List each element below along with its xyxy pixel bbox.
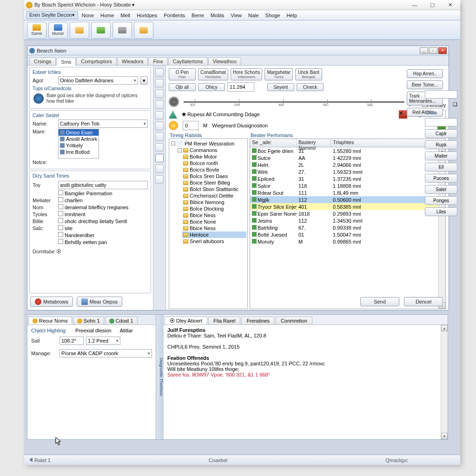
list-item[interactable]: Aniolil Aritrork [59, 136, 99, 142]
tool-icon[interactable] [155, 111, 164, 119]
tab-comprtuptors[interactable]: Comprtuptors [76, 57, 117, 65]
table-row[interactable]: Bolté Juesed011.50047 mni [250, 231, 445, 238]
vertical-tab[interactable]: Diagnostic Theetsun [156, 315, 164, 439]
log-scrollbar[interactable]: ▴ ▾ [441, 325, 448, 439]
mear-oepos-button[interactable]: Mear Oepos [77, 297, 123, 307]
tab-wieadors[interactable]: Wieadors [117, 57, 148, 65]
list-item[interactable]: Yritkely [59, 142, 99, 149]
child-maximize[interactable]: ▫ [429, 47, 437, 54]
maximize-button[interactable]: ▢ [427, 2, 438, 8]
tree-node[interactable]: Boice None [182, 218, 246, 225]
tree-node[interactable]: Hentoce [182, 231, 246, 238]
toolbar-button[interactable]: Moner [48, 22, 68, 39]
tool-icon[interactable] [155, 100, 164, 109]
tree-node[interactable]: Bibice Nemong [182, 199, 246, 205]
seyent-button[interactable]: Seyent [267, 83, 294, 91]
x-icon[interactable]: ✕ [399, 110, 407, 119]
sidebar-button[interactable]: Pucoes [425, 174, 457, 183]
tool-icon[interactable] [155, 90, 164, 98]
expand-icon[interactable]: - [178, 148, 182, 152]
sidebar-input[interactable] [425, 90, 457, 99]
performance-table[interactable]: Se _aile: Bastery Namesl Trlaphtes Boc F… [250, 139, 446, 309]
sall-val2[interactable]: 1.2 Peed [86, 337, 120, 345]
action-button[interactable]: Unck BantBetojals [295, 68, 322, 80]
agol-select[interactable]: Onloo Daftiterr Adranes [58, 76, 138, 85]
m-input[interactable]: 0 [183, 121, 198, 130]
agol-dropdown-icon[interactable]: ▾ [140, 76, 148, 85]
action-button[interactable]: O PenFber [169, 68, 196, 80]
menu-item[interactable]: Horldpes [134, 12, 160, 19]
table-row[interactable]: Helrt2L2.94066 mnl [250, 161, 445, 168]
sidebar-button[interactable]: Liles [425, 207, 457, 216]
toolbar-button[interactable] [112, 22, 132, 39]
scroll-up-icon[interactable]: ▴ [441, 325, 448, 331]
tree-node[interactable]: Bolcs Sren Daes [182, 173, 246, 179]
table-row[interactable]: Batrlding67.0.99338 mnl [250, 224, 445, 231]
ojb-all-button[interactable]: Ojb all [169, 83, 196, 91]
scroll-down-icon[interactable]: ▾ [441, 433, 448, 439]
tree-node[interactable]: Cmcherisscl Detitle [182, 192, 246, 199]
log-tab[interactable]: ⦿ Dley Atioert [165, 317, 207, 324]
checkbox[interactable] [58, 239, 63, 244]
menu-item[interactable]: Nale [245, 12, 262, 19]
menu-item[interactable]: Help [284, 12, 300, 19]
list-item[interactable]: Dmoo Esan [59, 129, 99, 136]
table-row[interactable]: Mgjlk1120.50600 mnl [250, 196, 445, 203]
ohicy-button[interactable]: Ohicy [198, 83, 225, 91]
tool-icon[interactable] [155, 143, 164, 152]
bottom-tab[interactable]: Reour Noms [28, 317, 72, 324]
child-minimize[interactable]: _ [420, 47, 428, 54]
tree-node[interactable]: Boice Steer Billeg [182, 179, 246, 186]
checkbox[interactable] [58, 225, 63, 230]
menu-item[interactable]: Berre [189, 12, 207, 19]
action-button[interactable]: MargshetarTures [264, 68, 293, 80]
tool-icon[interactable] [155, 154, 164, 162]
sidebar-button[interactable]: Maiter [425, 152, 457, 160]
tab-crsings[interactable]: Crsings [29, 57, 56, 65]
tab-fine[interactable]: Fine [148, 57, 167, 65]
tree-node[interactable]: Boiccs Bovte [182, 166, 246, 173]
action-button[interactable]: ConalBomatRemisine [198, 68, 228, 80]
checkbox[interactable] [58, 197, 63, 202]
checkbox[interactable] [58, 190, 63, 195]
tab-caytlatertons[interactable]: Caytlatertons [168, 57, 208, 65]
mare-list[interactable]: Dmoo EsanAniolil AritrorkYritkelyIrre Bo… [58, 129, 99, 159]
tree-node[interactable]: -Conmanons [177, 147, 246, 153]
close-button[interactable]: ✕ [444, 2, 456, 8]
sidebar-input[interactable] [425, 118, 457, 126]
sidebar-button[interactable]: Rupk [425, 140, 457, 149]
menu-item[interactable]: Melt [118, 12, 133, 19]
checkbox[interactable] [58, 204, 63, 209]
tab-sms[interactable]: Sms [56, 58, 76, 66]
manage-select[interactable]: Píorse ANk CADP croork [60, 349, 152, 357]
sidebar-button[interactable]: Ponges [425, 196, 457, 205]
sidebar-hint-icon[interactable]: ❑ [425, 101, 457, 107]
table-row[interactable]: Jesins1121.34530 mml [250, 217, 445, 224]
sidebar-button[interactable]: Ell [425, 163, 457, 172]
table-row[interactable]: Wirk27.1.59323 mml [250, 168, 445, 175]
table-row[interactable]: Eper Sarer Noney18180 29893 mni [250, 210, 445, 217]
child-close[interactable]: ✕ [438, 47, 447, 54]
menu-item[interactable]: Home [98, 12, 117, 19]
tree-node[interactable]: Bbice Ness [182, 212, 246, 218]
side-button[interactable]: Hop Arreri.. [407, 69, 443, 78]
table-row[interactable]: Boc Fgele drien311.55280 mnl [250, 147, 445, 154]
menu-first[interactable]: Eren Seylte Decon▾ [26, 11, 78, 19]
toolbar-button[interactable] [70, 22, 89, 39]
table-row[interactable]: Epilced311.37235 mnl [250, 175, 445, 182]
action-button[interactable]: Hore SchortsInfammers [231, 68, 262, 80]
menu-item[interactable]: View [228, 12, 245, 19]
tree-node[interactable]: Bolke Motor [182, 153, 246, 160]
tool-icon[interactable] [155, 122, 164, 130]
sall-val1[interactable]: 108.2° [60, 337, 84, 345]
menu-item[interactable]: Mobls [208, 12, 227, 19]
sidebar-button[interactable]: Saler [425, 185, 457, 194]
tool-icon[interactable] [155, 132, 164, 141]
tool-icon[interactable] [155, 175, 164, 184]
tree-node[interactable]: Bolce Dtocking [182, 205, 246, 212]
tree-node[interactable]: Bolct Sbon Statttantic [182, 186, 246, 192]
tree-node[interactable]: Boicce rooth [182, 160, 246, 166]
bottom-tab[interactable]: Cdost 1 [105, 317, 138, 324]
name-select[interactable]: Catfoory Pen Tob [58, 119, 148, 128]
tool-icon[interactable] [155, 165, 164, 173]
